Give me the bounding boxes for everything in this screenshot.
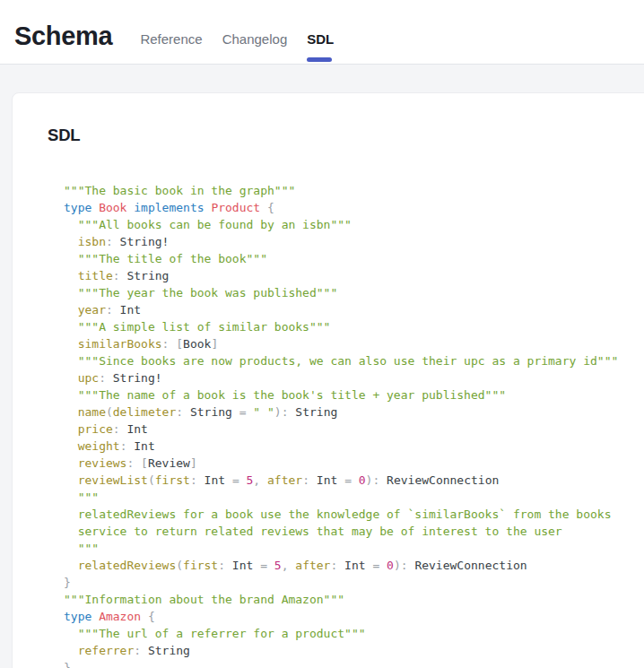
code-line: relatedReviews for a book use the knowle… — [64, 506, 644, 523]
page-body: SDL """The basic book in the graph"""typ… — [0, 65, 644, 668]
tab-bar: Reference Changelog SDL — [140, 31, 334, 48]
code-line: """ — [64, 540, 644, 557]
code-line: isbn: String! — [64, 233, 644, 250]
tab-sdl-label: SDL — [307, 31, 334, 47]
code-line: name(delimeter: String = " "): String — [64, 403, 644, 421]
code-line: """The name of a book is the book's titl… — [64, 386, 644, 403]
active-tab-underline — [307, 57, 332, 62]
code-line: price: Int — [64, 421, 644, 438]
code-line: """All books can be found by an isbn""" — [64, 216, 644, 233]
code-line: title: String — [64, 267, 644, 284]
code-line: reviews: [Review] — [64, 455, 644, 472]
code-line: """The year the book was published""" — [64, 284, 644, 301]
code-line: referrer: String — [64, 642, 644, 659]
code-line: } — [64, 574, 644, 591]
code-line: reviewList(first: Int = 5, after: Int = … — [64, 472, 644, 489]
code-line: relatedReviews(first: Int = 5, after: In… — [64, 557, 644, 574]
card-heading: SDL — [48, 126, 644, 145]
page-header: Schema Reference Changelog SDL — [0, 0, 644, 65]
code-line: year: Int — [64, 301, 644, 318]
tab-reference[interactable]: Reference — [140, 31, 202, 48]
tab-changelog[interactable]: Changelog — [222, 31, 288, 48]
sdl-code-block: """The basic book in the graph"""type Bo… — [48, 145, 644, 668]
code-line: """The basic book in the graph""" — [64, 182, 644, 199]
code-line: similarBooks: [Book] — [64, 335, 644, 352]
tab-sdl[interactable]: SDL — [307, 31, 334, 48]
code-line: """The title of the book""" — [64, 250, 644, 267]
code-line: type Book implements Product { — [64, 199, 644, 216]
code-line: """ — [64, 489, 644, 506]
code-line: """A simple list of similar books""" — [64, 318, 644, 335]
code-line: } — [64, 659, 644, 668]
sdl-card: SDL """The basic book in the graph"""typ… — [12, 92, 644, 668]
code-line: upc: String! — [64, 369, 644, 386]
code-line: """Since books are now products, we can … — [64, 352, 644, 369]
page-title: Schema — [14, 22, 112, 51]
code-line: """The url of a referrer for a product""… — [64, 625, 644, 642]
code-line: weight: Int — [64, 438, 644, 455]
code-line: service to return related reviews that m… — [64, 523, 644, 540]
code-line: type Amazon { — [64, 608, 644, 625]
code-line: """Information about the brand Amazon""" — [64, 591, 644, 608]
